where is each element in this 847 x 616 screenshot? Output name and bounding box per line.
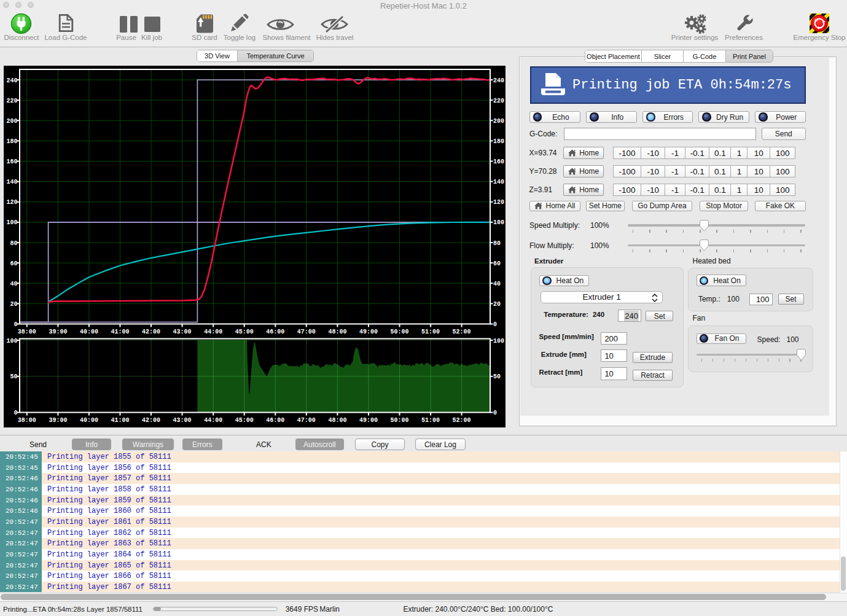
svg-text:200: 200 bbox=[493, 118, 504, 125]
svg-text:43:00: 43:00 bbox=[173, 329, 192, 335]
svg-text:140: 140 bbox=[6, 179, 17, 185]
svg-text:47:00: 47:00 bbox=[297, 417, 316, 424]
svg-text:46:00: 46:00 bbox=[266, 417, 284, 424]
svg-text:50:00: 50:00 bbox=[390, 329, 408, 335]
svg-text:40: 40 bbox=[10, 281, 17, 287]
svg-text:20: 20 bbox=[10, 301, 17, 308]
svg-text:160: 160 bbox=[493, 158, 504, 165]
svg-text:42:00: 42:00 bbox=[142, 417, 160, 424]
svg-text:47:00: 47:00 bbox=[297, 329, 316, 335]
svg-text:0: 0 bbox=[14, 410, 17, 416]
svg-text:200: 200 bbox=[6, 118, 17, 125]
svg-text:60: 60 bbox=[493, 260, 501, 267]
svg-text:140: 140 bbox=[493, 179, 504, 185]
svg-text:180: 180 bbox=[493, 138, 504, 145]
svg-text:38:00: 38:00 bbox=[18, 417, 36, 424]
svg-text:48:00: 48:00 bbox=[328, 417, 346, 424]
svg-text:40:00: 40:00 bbox=[80, 417, 98, 424]
svg-text:0: 0 bbox=[493, 321, 497, 328]
svg-text:160: 160 bbox=[6, 158, 17, 165]
svg-text:38:00: 38:00 bbox=[18, 329, 36, 335]
svg-text:39:00: 39:00 bbox=[49, 417, 67, 424]
svg-text:0: 0 bbox=[14, 321, 17, 328]
svg-text:41:00: 41:00 bbox=[111, 329, 129, 335]
svg-text:40: 40 bbox=[493, 281, 501, 287]
svg-text:50:00: 50:00 bbox=[390, 417, 408, 424]
svg-text:100: 100 bbox=[6, 219, 17, 226]
svg-text:43:00: 43:00 bbox=[173, 417, 192, 424]
svg-text:40:00: 40:00 bbox=[80, 329, 98, 335]
svg-text:51:00: 51:00 bbox=[421, 329, 440, 335]
svg-text:100: 100 bbox=[493, 219, 504, 226]
svg-text:42:00: 42:00 bbox=[142, 329, 160, 335]
svg-text:60: 60 bbox=[10, 260, 17, 267]
svg-text:52:00: 52:00 bbox=[453, 329, 471, 335]
svg-text:240: 240 bbox=[493, 77, 504, 84]
svg-text:220: 220 bbox=[493, 98, 504, 104]
svg-text:45:00: 45:00 bbox=[235, 329, 254, 335]
svg-text:220: 220 bbox=[6, 98, 17, 104]
svg-text:120: 120 bbox=[6, 199, 17, 206]
svg-text:45:00: 45:00 bbox=[235, 417, 254, 424]
svg-text:52:00: 52:00 bbox=[453, 417, 471, 424]
svg-text:20: 20 bbox=[493, 301, 501, 308]
svg-text:80: 80 bbox=[10, 240, 17, 247]
svg-text:180: 180 bbox=[6, 138, 17, 145]
svg-text:100: 100 bbox=[493, 338, 504, 345]
svg-text:240: 240 bbox=[6, 77, 17, 84]
svg-text:39:00: 39:00 bbox=[49, 329, 67, 335]
svg-text:41:00: 41:00 bbox=[111, 417, 129, 424]
svg-text:120: 120 bbox=[493, 199, 504, 206]
svg-text:44:00: 44:00 bbox=[204, 329, 222, 335]
svg-text:51:00: 51:00 bbox=[421, 417, 440, 424]
svg-text:49:00: 49:00 bbox=[359, 417, 378, 424]
svg-text:80: 80 bbox=[493, 240, 501, 247]
svg-text:100: 100 bbox=[6, 338, 17, 345]
svg-text:49:00: 49:00 bbox=[359, 329, 378, 335]
svg-text:48:00: 48:00 bbox=[328, 329, 346, 335]
svg-text:50: 50 bbox=[10, 373, 17, 380]
svg-text:50: 50 bbox=[493, 373, 501, 380]
svg-text:46:00: 46:00 bbox=[266, 329, 284, 335]
svg-text:44:00: 44:00 bbox=[204, 417, 222, 424]
svg-text:0: 0 bbox=[493, 410, 497, 416]
